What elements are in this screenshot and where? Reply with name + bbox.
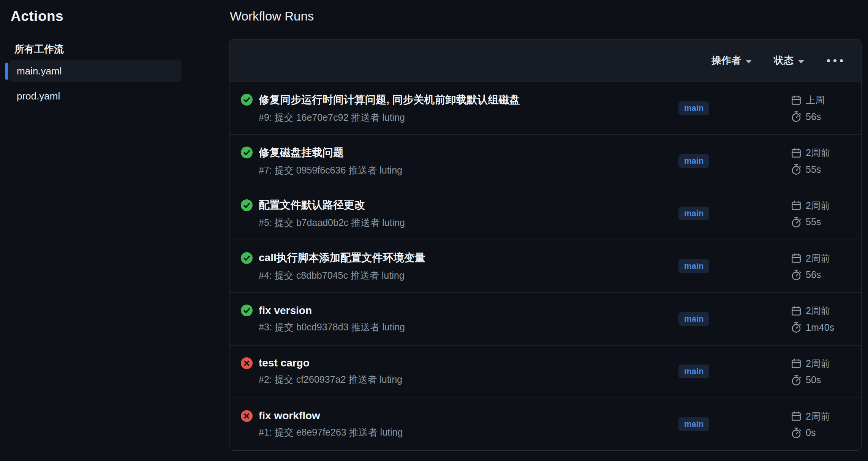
run-date: 2周前 — [806, 410, 830, 423]
run-meta: #5: 提交 b7daad0b2c 推送者 luting — [259, 216, 678, 229]
stopwatch-icon — [791, 269, 802, 281]
run-title[interactable]: 修复同步运行时间计算问题, 同步关机前卸载默认组磁盘 — [259, 93, 520, 107]
run-date: 上周 — [806, 94, 825, 106]
run-status — [241, 410, 253, 422]
run-title[interactable]: 修复磁盘挂载问题 — [259, 145, 344, 160]
check-circle-icon — [241, 94, 253, 106]
check-circle-icon — [241, 147, 253, 158]
workflow-run-row[interactable]: test cargo #2: 提交 cf260937a2 推送者 luting … — [229, 345, 861, 398]
run-status — [241, 252, 253, 264]
run-duration: 50s — [806, 374, 821, 385]
workflow-file-label: prod.yaml — [17, 90, 60, 102]
run-date-line: 2周前 — [791, 199, 854, 212]
branch-badge[interactable]: main — [678, 101, 709, 115]
x-circle-icon — [241, 410, 253, 422]
actor-filter-dropdown[interactable]: 操作者 — [711, 54, 752, 67]
run-status — [241, 199, 253, 211]
x-circle-icon — [241, 357, 253, 369]
run-date-line: 2周前 — [791, 357, 854, 370]
calendar-icon — [791, 147, 802, 159]
run-meta: #7: 提交 0959f6c636 推送者 luting — [259, 164, 678, 177]
run-status — [241, 94, 253, 106]
run-meta: #3: 提交 b0cd9378d3 推送者 luting — [259, 321, 678, 333]
caret-down-icon — [798, 60, 804, 63]
branch-badge[interactable]: main — [678, 365, 709, 378]
run-duration-line: 56s — [791, 269, 854, 281]
calendar-icon — [791, 200, 802, 211]
run-duration-line: 0s — [791, 427, 854, 439]
run-duration-line: 50s — [791, 374, 854, 386]
stopwatch-icon — [791, 164, 802, 175]
workflow-file-label: main.yaml — [17, 65, 62, 77]
run-date: 2周前 — [806, 199, 830, 212]
run-status — [241, 147, 253, 158]
run-duration: 1m40s — [806, 322, 834, 333]
check-circle-icon — [241, 199, 253, 211]
branch-badge[interactable]: main — [678, 259, 709, 273]
run-meta: #4: 提交 c8dbb7045c 推送者 luting — [259, 269, 678, 282]
branch-badge[interactable]: main — [678, 417, 709, 431]
stopwatch-icon — [791, 216, 802, 228]
run-title[interactable]: 配置文件默认路径更改 — [259, 198, 365, 212]
calendar-icon — [791, 305, 802, 317]
kebab-horizontal-icon[interactable] — [826, 57, 844, 65]
run-duration: 55s — [806, 216, 821, 227]
run-duration: 56s — [806, 269, 821, 280]
workflow-run-row[interactable]: fix workflow #1: 提交 e8e97fe263 推送者 lutin… — [229, 398, 861, 450]
run-title[interactable]: fix workflow — [259, 410, 320, 422]
calendar-icon — [791, 410, 802, 422]
run-status — [241, 305, 253, 316]
workflow-run-row[interactable]: fix version #3: 提交 b0cd9378d3 推送者 luting… — [229, 292, 861, 345]
run-duration: 0s — [806, 427, 816, 438]
run-title[interactable]: call执行脚本添加配置文件环境变量 — [259, 251, 425, 265]
page-title: Workflow Runs — [230, 9, 314, 24]
run-date-line: 上周 — [791, 94, 854, 106]
sidebar-item-main-yaml[interactable]: main.yaml — [9, 60, 182, 82]
run-meta: #9: 提交 16e70e7c92 推送者 luting — [259, 111, 678, 124]
branch-badge[interactable]: main — [678, 207, 709, 220]
actions-sidebar: Actions 所有工作流 main.yaml prod.yaml — [0, 0, 219, 461]
run-date-line: 2周前 — [791, 410, 854, 423]
branch-badge[interactable]: main — [678, 154, 709, 168]
calendar-icon — [791, 95, 802, 106]
run-duration-line: 55s — [791, 216, 854, 228]
workflow-run-row[interactable]: 配置文件默认路径更改 #5: 提交 b7daad0b2c 推送者 luting … — [229, 187, 861, 240]
stopwatch-icon — [791, 427, 802, 439]
all-workflows-label: 所有工作流 — [14, 43, 64, 56]
check-circle-icon — [241, 305, 253, 316]
run-meta: #1: 提交 e8e97fe263 推送者 luting — [259, 426, 678, 439]
run-date-line: 2周前 — [791, 252, 854, 265]
run-duration: 55s — [806, 164, 821, 175]
status-filter-dropdown[interactable]: 状态 — [774, 54, 804, 67]
runs-toolbar: 操作者 状态 — [229, 39, 861, 82]
run-meta: #2: 提交 cf260937a2 推送者 luting — [259, 373, 678, 386]
check-circle-icon — [241, 252, 253, 264]
workflow-run-row[interactable]: call执行脚本添加配置文件环境变量 #4: 提交 c8dbb7045c 推送者… — [229, 240, 861, 292]
run-date: 2周前 — [806, 147, 830, 159]
run-title[interactable]: test cargo — [259, 357, 310, 369]
branch-badge[interactable]: main — [678, 312, 709, 326]
runs-list: 修复同步运行时间计算问题, 同步关机前卸载默认组磁盘 #9: 提交 16e70e… — [229, 82, 861, 450]
stopwatch-icon — [791, 374, 802, 386]
run-date: 2周前 — [806, 252, 830, 265]
run-title[interactable]: fix version — [259, 305, 312, 317]
calendar-icon — [791, 358, 802, 369]
workflow-run-row[interactable]: 修复同步运行时间计算问题, 同步关机前卸载默认组磁盘 #9: 提交 16e70e… — [229, 82, 861, 134]
run-duration-line: 56s — [791, 111, 854, 122]
actor-filter-label: 操作者 — [711, 54, 741, 67]
calendar-icon — [791, 253, 802, 264]
run-date-line: 2周前 — [791, 147, 854, 159]
stopwatch-icon — [791, 111, 802, 122]
workflow-run-row[interactable]: 修复磁盘挂载问题 #7: 提交 0959f6c636 推送者 luting ma… — [229, 134, 861, 187]
run-date-line: 2周前 — [791, 305, 854, 317]
workflow-runs-panel: 操作者 状态 — [229, 39, 862, 451]
sidebar-title: Actions — [11, 8, 63, 24]
run-duration-line: 1m40s — [791, 322, 854, 333]
sidebar-item-prod-yaml[interactable]: prod.yaml — [9, 85, 182, 107]
run-date: 2周前 — [806, 305, 830, 317]
stopwatch-icon — [791, 322, 802, 333]
run-duration-line: 55s — [791, 164, 854, 175]
run-status — [241, 357, 253, 369]
active-workflow-indicator — [5, 63, 8, 80]
run-date: 2周前 — [806, 357, 830, 370]
